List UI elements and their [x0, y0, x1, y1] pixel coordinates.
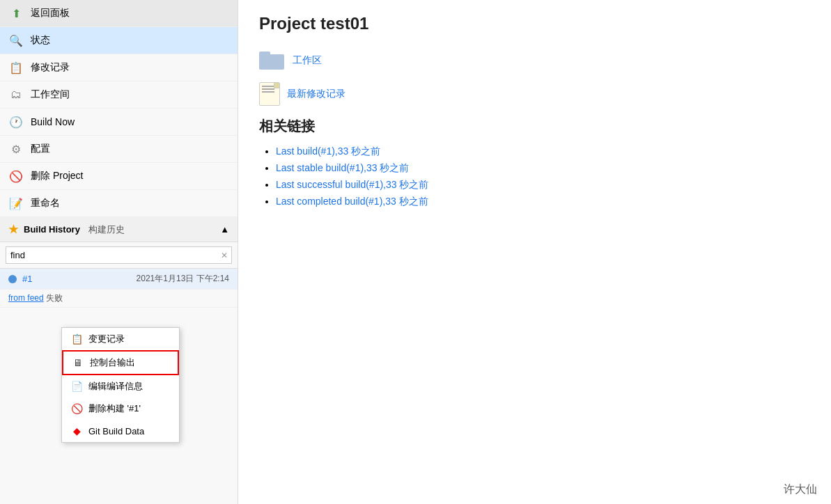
sidebar-item-delete[interactable]: 🚫 删除 Project: [0, 163, 238, 190]
sidebar-item-rename[interactable]: 📝 重命名: [0, 190, 238, 217]
related-section-title: 相关链接: [259, 117, 810, 136]
context-icon-editinfo: 📄: [70, 380, 83, 393]
note-icon: [259, 82, 280, 106]
note-line-3: [262, 91, 274, 93]
build-number[interactable]: #1: [22, 274, 32, 284]
workspace-link-item: 工作区: [259, 50, 810, 71]
changes-link[interactable]: 最新修改记录: [287, 88, 345, 100]
context-icon-gitbuild: ◆: [70, 425, 83, 437]
icon-status: 🔍: [8, 33, 24, 48]
build-search-box: ✕: [0, 242, 238, 269]
build-date: 2021年1月13日 下午2:14: [137, 273, 229, 285]
context-menu-item-gitbuild[interactable]: ◆ Git Build Data: [62, 420, 179, 442]
sidebar-label-back: 返回面板: [31, 7, 70, 19]
context-icon-changelog: 📋: [70, 333, 83, 345]
related-link-3[interactable]: Last completed build(#1),33 秒之前: [276, 196, 428, 207]
related-link-item: Last completed build(#1),33 秒之前: [276, 196, 810, 208]
context-menu-item-console[interactable]: 🖥 控制台输出: [62, 350, 179, 375]
context-icon-deletebuild: 🚫: [70, 402, 83, 415]
collapse-icon[interactable]: ▲: [220, 224, 229, 235]
build-history-subtitle: 构建历史: [88, 223, 125, 236]
related-links-list: Last build(#1),33 秒之前Last stable build(#…: [259, 145, 810, 208]
related-link-item: Last successful build(#1),33 秒之前: [276, 179, 810, 191]
note-line-1: [262, 86, 274, 87]
build-history-header: ★ Build History 构建历史 ▲: [0, 217, 238, 242]
context-label-editinfo: 编辑编译信息: [88, 380, 143, 393]
watermark: 许大仙: [784, 482, 817, 497]
icon-config: ⚙: [8, 141, 24, 157]
sidebar-nav: ⬆ 返回面板 🔍 状态 📋 修改记录 🗂 工作空间 🕐 Build Now ⚙ …: [0, 0, 238, 217]
icon-rename: 📝: [8, 196, 24, 211]
workspace-link[interactable]: 工作区: [293, 54, 322, 67]
note-corner: [274, 83, 279, 88]
related-link-item: Last stable build(#1),33 秒之前: [276, 162, 810, 175]
sidebar-label-config: 配置: [31, 143, 50, 155]
star-icon: ★: [8, 223, 18, 236]
sidebar-label-delete: 删除 Project: [31, 170, 83, 182]
icon-delete: 🚫: [8, 168, 24, 184]
context-menu-item-changelog[interactable]: 📋 变更记录: [62, 328, 179, 350]
sidebar: ⬆ 返回面板 🔍 状态 📋 修改记录 🗂 工作空间 🕐 Build Now ⚙ …: [0, 0, 238, 504]
context-label-deletebuild: 删除构建 '#1': [88, 402, 141, 415]
sidebar-label-changes: 修改记录: [31, 61, 70, 74]
sidebar-item-config[interactable]: ⚙ 配置: [0, 136, 238, 163]
icon-buildnow: 🕐: [8, 114, 24, 129]
context-menu-item-editinfo[interactable]: 📄 编辑编译信息: [62, 375, 179, 397]
sidebar-item-workspace[interactable]: 🗂 工作空间: [0, 81, 238, 109]
context-label-console: 控制台输出: [90, 356, 135, 369]
icon-back: ⬆: [8, 6, 24, 21]
related-link-0[interactable]: Last build(#1),33 秒之前: [276, 145, 380, 157]
icon-changes: 📋: [8, 60, 24, 75]
feed-error-notice: from feed 失败: [0, 290, 238, 308]
page-title: Project test01: [259, 14, 810, 33]
feed-error-link[interactable]: from feed: [8, 293, 44, 303]
related-links-section: 相关链接 Last build(#1),33 秒之前Last stable bu…: [259, 117, 810, 208]
build-history-title: Build History: [24, 224, 80, 235]
changes-link-item: 最新修改记录: [259, 82, 810, 106]
sidebar-label-workspace: 工作空间: [31, 88, 70, 101]
sidebar-label-rename: 重命名: [31, 197, 60, 210]
note-line-2: [262, 88, 274, 90]
icon-workspace: 🗂: [8, 87, 24, 102]
sidebar-item-changes[interactable]: 📋 修改记录: [0, 54, 238, 81]
sidebar-label-buildnow: Build Now: [31, 116, 75, 127]
context-icon-console: 🖥: [72, 356, 84, 369]
sidebar-item-status[interactable]: 🔍 状态: [0, 27, 238, 54]
sidebar-item-back[interactable]: ⬆ 返回面板: [0, 0, 238, 27]
build-status-dot: [8, 275, 17, 283]
clear-search-icon[interactable]: ✕: [221, 251, 228, 260]
context-menu: 📋 变更记录 🖥 控制台输出 📄 编辑编译信息 🚫 删除构建 '#1' ◆ Gi…: [61, 327, 180, 443]
context-menu-item-deletebuild[interactable]: 🚫 删除构建 '#1': [62, 397, 179, 420]
folder-icon: [259, 50, 286, 71]
folder-icon-shape: [259, 50, 284, 70]
context-label-changelog: 变更记录: [88, 333, 125, 345]
main-content: Project test01 工作区 最新修改记录 相关链接 Last buil…: [238, 0, 831, 504]
related-link-2[interactable]: Last successful build(#1),33 秒之前: [276, 179, 428, 190]
sidebar-label-status: 状态: [31, 34, 50, 47]
related-link-item: Last build(#1),33 秒之前: [276, 145, 810, 158]
feed-error-text: 失败: [46, 293, 63, 303]
build-list-item[interactable]: #1 2021年1月13日 下午2:14: [0, 269, 238, 290]
build-search-input[interactable]: [6, 246, 232, 264]
related-link-1[interactable]: Last stable build(#1),33 秒之前: [276, 162, 409, 173]
context-label-gitbuild: Git Build Data: [88, 426, 144, 436]
sidebar-item-buildnow[interactable]: 🕐 Build Now: [0, 109, 238, 136]
